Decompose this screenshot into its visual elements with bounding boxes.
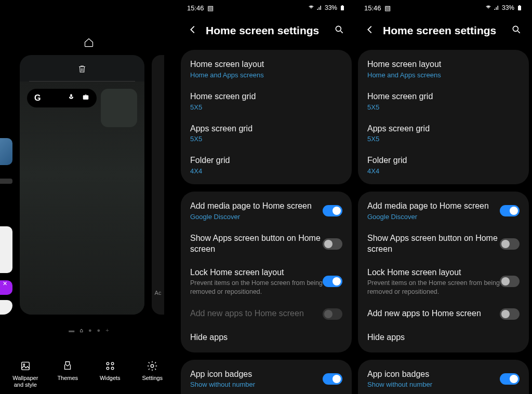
toggle-media-page[interactable] (323, 205, 342, 216)
contact-thumb (0, 138, 12, 165)
page-title: Home screen settings (206, 24, 319, 37)
toggle-show-apps[interactable] (323, 238, 342, 250)
svg-point-14 (513, 26, 518, 31)
toggle-add-new-apps (323, 308, 342, 320)
camera-icon[interactable] (82, 93, 89, 103)
card-options: Add media page to Home screenGoogle Disc… (181, 192, 352, 352)
page-carousel[interactable]: G Ac (0, 55, 178, 315)
row-folder-grid[interactable]: Folder grid4X4 (181, 149, 352, 181)
svg-point-8 (151, 364, 154, 368)
signal-icon (316, 5, 323, 11)
svg-rect-10 (342, 5, 343, 6)
row-media-page[interactable]: Add media page to Home screenGoogle Disc… (181, 195, 352, 227)
sliver-label: Ac (155, 290, 162, 299)
row-show-apps-btn[interactable]: Show Apps screen button on Home screen (358, 227, 529, 261)
themes-label: Themes (57, 375, 78, 382)
card-options: Add media page to Home screenGoogle Disc… (358, 192, 529, 352)
row-apps-grid[interactable]: Apps screen grid5X5 (358, 117, 529, 150)
row-home-grid[interactable]: Home screen grid5X5 (181, 85, 352, 117)
editor-bottom-bar: Wallpaper and style Themes Widgets Setti… (0, 360, 178, 389)
settings-header: Home screen settings (355, 16, 532, 50)
add-page-icon[interactable]: + (105, 327, 109, 333)
home-dot-icon: ⌂ (79, 327, 83, 333)
row-hide-apps[interactable]: Hide apps (181, 326, 352, 349)
widget-thumb (0, 179, 12, 184)
row-badges[interactable]: App icon badgesShow without number (181, 363, 352, 394)
search-button[interactable] (334, 24, 344, 37)
battery-icon (339, 5, 345, 11)
home-icon[interactable] (84, 37, 94, 50)
svg-point-11 (336, 26, 341, 31)
widget-purple (0, 280, 12, 295)
settings-label: Settings (142, 375, 163, 382)
row-lock-layout[interactable]: Lock Home screen layoutPrevent items on … (181, 261, 352, 302)
row-home-layout[interactable]: Home screen layoutHome and Apps screens (181, 53, 352, 85)
row-home-layout[interactable]: Home screen layoutHome and Apps screens (358, 53, 529, 85)
svg-point-4 (107, 362, 109, 365)
wallpaper-button[interactable]: Wallpaper and style (7, 360, 44, 389)
widget-white2 (0, 300, 12, 315)
row-badges[interactable]: App icon badgesShow without number (358, 363, 529, 394)
row-add-new-apps[interactable]: Add new apps to Home screen (358, 302, 529, 326)
svg-rect-13 (519, 5, 520, 6)
weather-widget[interactable] (101, 89, 137, 127)
status-time: 15:46 (187, 4, 204, 12)
delete-page-button[interactable] (29, 64, 135, 81)
toggle-show-apps[interactable] (500, 238, 520, 250)
feed-dot: ▬ (69, 327, 74, 333)
settings-scroll[interactable]: Home screen layoutHome and Apps screens … (355, 50, 532, 394)
svg-point-3 (23, 363, 25, 365)
settings-panel-unlocked: 15:46 ▧ 33% Home screen settings Home sc… (355, 0, 532, 394)
card-badges: App icon badgesShow without number Swipe… (358, 360, 529, 394)
back-button[interactable] (187, 24, 198, 37)
row-apps-grid[interactable]: Apps screen grid5X5 (181, 117, 352, 150)
toggle-badges[interactable] (500, 373, 520, 385)
toggle-lock-layout[interactable] (323, 276, 342, 287)
row-home-grid[interactable]: Home screen grid5X5 (358, 85, 529, 117)
svg-rect-9 (341, 6, 344, 10)
status-bar: 15:46 ▧ 33% (178, 0, 355, 16)
row-hide-apps[interactable]: Hide apps (358, 326, 529, 349)
battery-icon (516, 5, 523, 11)
svg-point-6 (107, 367, 109, 370)
back-button[interactable] (364, 24, 376, 37)
prev-page-sliver[interactable] (0, 55, 12, 315)
settings-button[interactable]: Settings (134, 360, 170, 389)
settings-header: Home screen settings (178, 16, 355, 50)
svg-point-1 (85, 97, 87, 99)
themes-button[interactable]: Themes (49, 360, 86, 389)
card-badges: App icon badgesShow without number Swipe… (181, 360, 352, 394)
status-bar: 15:46 ▧ 33% (355, 0, 532, 16)
wifi-icon (485, 5, 491, 11)
google-logo-icon: G (34, 93, 41, 103)
signal-icon (494, 5, 500, 11)
row-folder-grid[interactable]: Folder grid4X4 (358, 149, 529, 181)
current-home-page[interactable]: G (20, 55, 144, 315)
row-show-apps-btn[interactable]: Show Apps screen button on Home screen (181, 227, 352, 261)
wifi-icon (308, 5, 314, 11)
toggle-add-new-apps[interactable] (500, 308, 520, 320)
toggle-badges[interactable] (323, 373, 342, 385)
widgets-button[interactable]: Widgets (92, 360, 128, 389)
settings-scroll[interactable]: Home screen layoutHome and Apps screens … (178, 50, 355, 394)
card-grid: Home screen layoutHome and Apps screens … (358, 50, 529, 184)
row-lock-layout[interactable]: Lock Home screen layoutPrevent items on … (358, 261, 529, 302)
battery-pct: 33% (325, 4, 337, 11)
row-media-page[interactable]: Add media page to Home screenGoogle Disc… (358, 195, 529, 227)
home-editor-panel: G Ac ▬ ⌂ ● ● + W (0, 0, 178, 394)
notification-icon: ▧ (207, 4, 214, 12)
svg-rect-12 (518, 6, 521, 10)
toggle-media-page[interactable] (500, 205, 520, 216)
page-indicator[interactable]: ▬ ⌂ ● ● + (69, 326, 109, 334)
svg-point-5 (111, 362, 114, 365)
svg-rect-2 (21, 362, 29, 370)
mic-icon[interactable] (68, 93, 75, 103)
toggle-lock-layout[interactable] (500, 276, 520, 287)
next-page-sliver[interactable]: Ac (152, 55, 164, 315)
settings-panel-locked: 15:46 ▧ 33% Home screen settings Home sc… (178, 0, 355, 394)
battery-pct: 33% (502, 4, 514, 11)
google-search-widget[interactable]: G (27, 89, 97, 107)
page-title: Home screen settings (383, 24, 496, 37)
search-button[interactable] (511, 24, 522, 37)
page-content: G (20, 81, 144, 315)
